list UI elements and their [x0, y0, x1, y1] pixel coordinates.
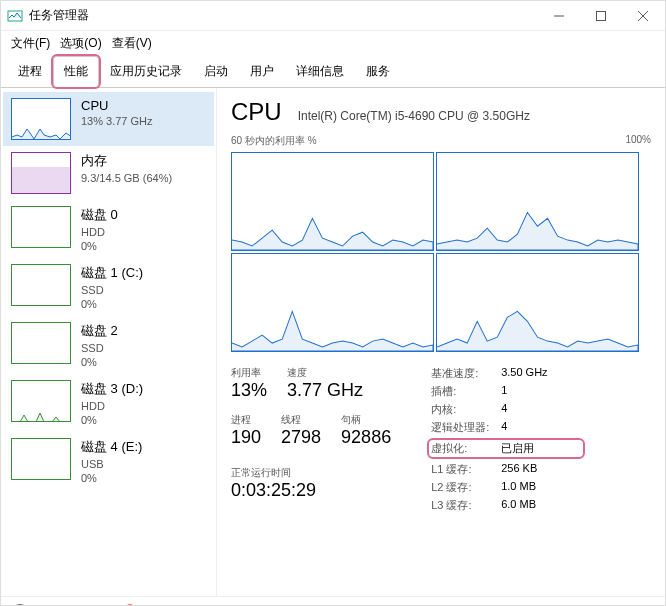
tab-processes[interactable]: 进程: [7, 56, 53, 87]
window-title: 任务管理器: [29, 7, 547, 24]
sidebar-item-sub: 0%: [81, 298, 143, 310]
footer: 简略信息(D) 打开资源监视器: [1, 596, 665, 606]
sidebar-item-sub: 0%: [81, 472, 142, 484]
chart-core1: [436, 152, 639, 251]
sidebar-item-disk2[interactable]: 磁盘 2 SSD 0%: [3, 316, 214, 374]
stat-threads: 线程 2798: [281, 413, 321, 448]
sidebar-item-disk3[interactable]: 磁盘 3 (D:) HDD 0%: [3, 374, 214, 432]
virtualization-row: 虚拟化:已启用: [427, 438, 585, 459]
disk-thumb-icon: [11, 438, 71, 480]
chart-core0: [231, 152, 434, 251]
close-button[interactable]: [631, 4, 655, 28]
sidebar-item-sub: SSD: [81, 284, 143, 296]
sidebar-item-cpu[interactable]: CPU 13% 3.77 GHz: [3, 92, 214, 146]
cpu-details: 基准速度:3.50 GHz 插槽:1 内核:4 逻辑处理器:4 虚拟化:已启用 …: [431, 366, 581, 513]
disk-thumb-icon: [11, 322, 71, 364]
menu-view[interactable]: 查看(V): [108, 33, 156, 54]
sidebar-item-sub: 0%: [81, 240, 118, 252]
sidebar-item-sub: USB: [81, 458, 142, 470]
stat-utilization: 利用率 13%: [231, 366, 267, 401]
sidebar-item-sub: HDD: [81, 400, 143, 412]
sidebar-item-sub: SSD: [81, 342, 118, 354]
tab-app-history[interactable]: 应用历史记录: [99, 56, 193, 87]
page-title: CPU: [231, 98, 282, 126]
titlebar: 任务管理器: [1, 1, 665, 31]
tab-users[interactable]: 用户: [239, 56, 285, 87]
sidebar-item-sub: 0%: [81, 414, 143, 426]
sidebar-item-label: 磁盘 2: [81, 322, 118, 340]
stat-handles: 句柄 92886: [341, 413, 391, 448]
sidebar-item-label: 磁盘 4 (E:): [81, 438, 142, 456]
sidebar-item-label: CPU: [81, 98, 153, 113]
minimize-button[interactable]: [547, 4, 571, 28]
stat-uptime-label: 正常运行时间: [231, 466, 391, 480]
sidebar-item-memory[interactable]: 内存 9.3/14.5 GB (64%): [3, 146, 214, 200]
sidebar-item-disk0[interactable]: 磁盘 0 HDD 0%: [3, 200, 214, 258]
sidebar-item-sub: 9.3/14.5 GB (64%): [81, 172, 172, 184]
sidebar-item-sub: 0%: [81, 356, 118, 368]
sidebar-item-label: 磁盘 1 (C:): [81, 264, 143, 282]
stat-uptime: 0:03:25:29: [231, 480, 391, 501]
cpu-model: Intel(R) Core(TM) i5-4690 CPU @ 3.50GHz: [298, 109, 530, 123]
disk-thumb-icon: [11, 380, 71, 422]
cpu-charts[interactable]: [231, 152, 639, 352]
tab-performance[interactable]: 性能: [53, 56, 99, 87]
chart-core3: [436, 253, 639, 352]
tab-startup[interactable]: 启动: [193, 56, 239, 87]
tabbar: 进程 性能 应用历史记录 启动 用户 详细信息 服务: [1, 56, 665, 88]
chart-core2: [231, 253, 434, 352]
tab-services[interactable]: 服务: [355, 56, 401, 87]
sidebar-item-disk4[interactable]: 磁盘 4 (E:) USB 0%: [3, 432, 214, 490]
chart-label-left: 60 秒内的利用率 %: [231, 134, 317, 148]
disk-thumb-icon: [11, 206, 71, 248]
tab-details[interactable]: 详细信息: [285, 56, 355, 87]
menu-options[interactable]: 选项(O): [56, 33, 105, 54]
sidebar-item-sub: HDD: [81, 226, 118, 238]
menubar: 文件(F) 选项(O) 查看(V): [1, 31, 665, 56]
sidebar-item-label: 内存: [81, 152, 172, 170]
disk-thumb-icon: [11, 264, 71, 306]
svg-rect-2: [597, 11, 606, 20]
sidebar-item-disk1[interactable]: 磁盘 1 (C:) SSD 0%: [3, 258, 214, 316]
sidebar-item-sub: 13% 3.77 GHz: [81, 115, 153, 127]
sidebar-item-label: 磁盘 0: [81, 206, 118, 224]
menu-file[interactable]: 文件(F): [7, 33, 54, 54]
chart-label-right: 100%: [625, 134, 651, 148]
sidebar-item-label: 磁盘 3 (D:): [81, 380, 143, 398]
stat-speed: 速度 3.77 GHz: [287, 366, 363, 401]
maximize-button[interactable]: [589, 4, 613, 28]
app-icon: [7, 8, 23, 24]
stat-processes: 进程 190: [231, 413, 261, 448]
sidebar: CPU 13% 3.77 GHz 内存 9.3/14.5 GB (64%) 磁盘…: [1, 88, 217, 596]
memory-thumb-icon: [11, 152, 71, 194]
cpu-thumb-icon: [11, 98, 71, 140]
main-panel: CPU Intel(R) Core(TM) i5-4690 CPU @ 3.50…: [217, 88, 665, 596]
